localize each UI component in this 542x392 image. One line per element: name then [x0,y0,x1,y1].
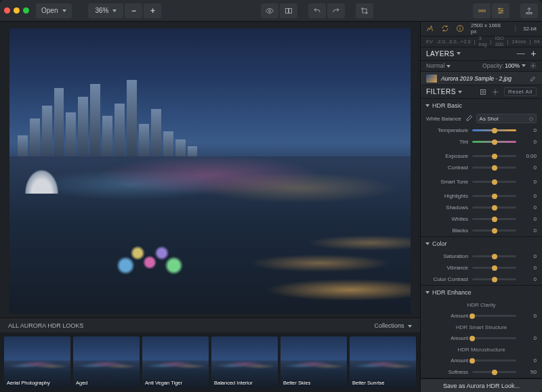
slider-value: 50 [520,369,537,375]
slider-label: Softness [426,369,468,375]
slider-knob[interactable] [492,205,497,211]
mask-icon[interactable] [480,89,486,95]
image-canvas[interactable] [9,28,411,313]
slider-knob[interactable] [492,165,497,171]
slider-track[interactable] [472,206,516,209]
info-icon[interactable] [456,24,464,32]
chevron-down-icon[interactable] [457,52,461,55]
look-thumb[interactable]: Aged [73,336,140,388]
slider-track[interactable] [472,255,516,257]
slider-knob[interactable] [492,179,497,185]
slider-label: Temperature [426,127,468,133]
aperture: f/4 [534,39,539,45]
look-thumb[interactable]: Better Sunrise [350,336,416,388]
svg-point-4 [482,9,484,12]
enhance-subtitle: HDR Smart Structure [421,322,542,332]
gear-icon[interactable] [530,62,537,69]
slider-knob[interactable] [492,139,497,145]
slider-knob[interactable] [470,313,475,319]
ev-values: -2.0...0.0...+2.0 [436,39,471,45]
slider-track[interactable] [472,267,516,269]
layers-collapse-icon[interactable]: — [517,49,526,58]
slider-value: 0 [520,204,537,211]
histogram-icon[interactable] [426,24,434,32]
slider-track[interactable] [472,315,516,317]
slider-knob[interactable] [492,217,497,222]
slider-amount: Amount0 [421,355,542,366]
slider-knob[interactable] [492,370,497,375]
preview-eye-button[interactable] [261,3,278,18]
eyedropper-icon[interactable] [465,114,473,123]
section-hdr-basic[interactable]: HDR Basic [421,99,542,112]
slider-knob[interactable] [492,265,497,271]
slider-track[interactable] [472,141,516,143]
maximize-icon[interactable] [23,7,29,14]
layer-item[interactable]: Aurora 2019 Sample - 2.jpg [421,72,542,85]
zoom-in-button[interactable]: + [144,3,161,18]
add-layer-button[interactable]: + [530,48,537,59]
look-thumb[interactable]: Balanced Interior [211,336,278,388]
sliders-panel-button[interactable] [492,3,509,18]
minimize-icon[interactable] [14,7,20,14]
presets-panel-button[interactable] [473,3,491,18]
blend-mode-dropdown[interactable]: Normal [426,62,451,69]
slider-label: Amount [426,335,468,341]
slider-label: Highlights [426,193,468,199]
zoom-value[interactable]: 36% [88,3,123,18]
brush-icon[interactable] [530,75,537,82]
redo-button[interactable] [327,3,345,18]
slider-track[interactable] [472,218,516,220]
zoom-out-button[interactable]: − [125,3,142,18]
chevron-down-icon [112,9,117,12]
slider-knob[interactable] [470,358,475,364]
white-balance-dropdown[interactable]: As Shot ◇ [476,114,537,123]
slider-track[interactable] [472,278,516,280]
slider-knob[interactable] [492,228,497,234]
opacity-value[interactable]: 100% [505,62,520,69]
slider-knob[interactable] [492,154,497,159]
svg-rect-2 [289,8,292,13]
slider-track[interactable] [472,181,516,183]
undo-button[interactable] [308,3,326,18]
collections-dropdown[interactable]: Collections [374,322,412,329]
export-button[interactable] [520,3,538,18]
slider-knob[interactable] [470,336,475,341]
slider-track[interactable] [472,167,516,169]
slider-knob[interactable] [492,254,497,259]
section-color[interactable]: Color [421,237,542,251]
chevron-down-icon [522,64,526,67]
slider-knob[interactable] [492,277,497,282]
slider-track[interactable] [472,155,516,157]
slider-amount: Amount0 [421,310,542,322]
look-thumb[interactable]: Better Skies [280,336,347,388]
svg-point-0 [269,9,271,12]
svg-rect-1 [286,8,289,13]
sync-icon[interactable] [441,24,449,32]
slider-track[interactable] [472,337,516,339]
slider-value: 0 [520,216,537,222]
slider-value: 0.00 [520,153,537,159]
slider-amount: Amount0 [421,332,542,344]
look-thumb[interactable]: Aerial Photography [4,336,70,388]
slider-track[interactable] [472,129,516,131]
compare-button[interactable] [280,3,297,18]
slider-value: 0 [520,335,537,341]
slider-knob[interactable] [492,128,497,133]
slider-track[interactable] [472,360,516,362]
slider-track[interactable] [472,371,516,373]
open-button[interactable]: Open [36,3,72,18]
chevron-down-icon[interactable] [458,91,462,93]
slider-tint: Tint0 [421,136,542,148]
slider-track[interactable] [472,230,516,232]
gear-icon[interactable] [492,89,499,95]
slider-track[interactable] [472,195,516,197]
look-thumb[interactable]: Anti Vegan Tiger [142,336,209,388]
save-look-button[interactable]: Save as Aurora HDR Look... [421,378,542,392]
section-hdr-enhance[interactable]: HDR Enhance [421,286,542,299]
ev-label: EV [426,39,433,45]
slider-softness: Softness50 [421,366,542,378]
close-icon[interactable] [4,7,10,14]
reset-all-button[interactable]: Reset All [504,87,537,96]
crop-button[interactable] [356,3,373,18]
slider-knob[interactable] [492,194,497,199]
